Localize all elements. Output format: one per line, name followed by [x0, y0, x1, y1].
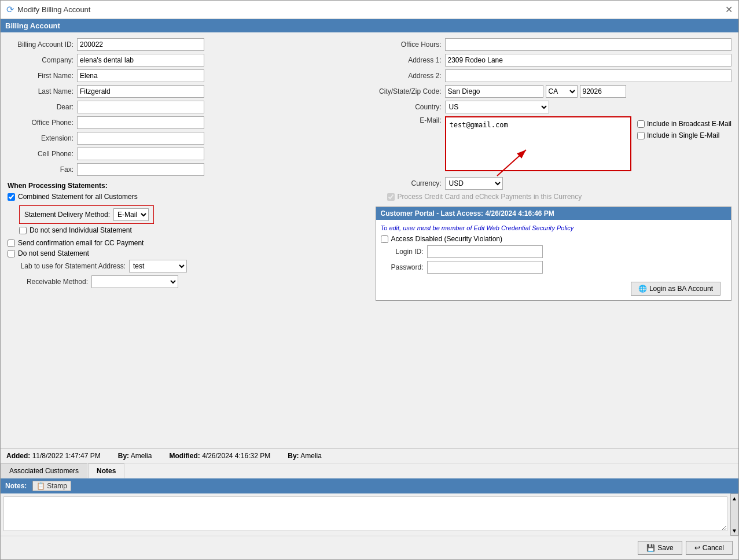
receivable-method-select[interactable] — [91, 275, 178, 288]
country-label: Country: — [376, 103, 445, 111]
password-input[interactable] — [427, 261, 543, 274]
include-broadcast-row: Include in Broadcast E-Mail — [637, 120, 731, 128]
added-value: 11/8/2022 1:47:47 PM — [32, 452, 101, 460]
login-id-input[interactable] — [427, 245, 543, 258]
last-name-row: Last Name: — [8, 85, 364, 98]
receivable-method-row: Receivable Method: — [8, 275, 364, 288]
company-input[interactable] — [77, 54, 204, 67]
zip-input[interactable] — [580, 85, 626, 98]
form-area: Billing Account ID: Company: First Name:… — [1, 32, 738, 448]
email-textarea[interactable]: test@gmail.com — [448, 120, 628, 166]
include-broadcast-checkbox[interactable] — [637, 120, 645, 128]
modified-by-label: By: — [288, 452, 299, 460]
login-id-row: Login ID: — [381, 245, 727, 258]
fax-input[interactable] — [77, 163, 204, 176]
do-not-send-statement-row: Do not send Statement — [8, 249, 364, 257]
dear-row: Dear: — [8, 101, 364, 113]
process-credit-checkbox — [387, 193, 395, 201]
company-row: Company: — [8, 54, 364, 67]
do-not-send-statement-checkbox[interactable] — [8, 250, 15, 257]
globe-icon: 🌐 — [638, 285, 647, 293]
added-by-label: By: — [118, 452, 129, 460]
currency-label: Currency: — [376, 179, 445, 187]
portal-body: To edit, user must be member of Edit Web… — [376, 220, 731, 300]
first-name-label: First Name: — [8, 72, 77, 80]
include-single-row: Include in Single E-Mail — [637, 131, 731, 139]
state-select[interactable]: CA — [546, 85, 578, 98]
do-not-send-statement-label: Do not send Statement — [18, 249, 89, 257]
portal-header: Customer Portal - Last Access: 4/26/2024… — [376, 207, 731, 220]
cancel-button[interactable]: ↩ Cancel — [686, 541, 733, 555]
added-by-value: Amelia — [131, 452, 152, 460]
dear-input[interactable] — [77, 101, 204, 113]
notes-header-label: Notes: — [5, 482, 27, 490]
stamp-icon: 📋 — [36, 482, 45, 490]
statements-section-title: When Processing Statements: — [8, 182, 364, 190]
email-label: E-Mail: — [376, 116, 445, 124]
tab-notes[interactable]: Notes — [88, 463, 124, 478]
save-icon: 💾 — [646, 544, 655, 552]
notes-textarea-wrap — [1, 493, 730, 536]
notes-textarea[interactable] — [3, 496, 727, 531]
email-area: E-Mail: test@gmail.com — [376, 116, 631, 175]
do-not-send-individual-label: Do not send Individual Statement — [30, 226, 132, 234]
combined-statement-checkbox[interactable] — [8, 193, 15, 201]
city-input[interactable] — [445, 85, 543, 98]
login-ba-account-button[interactable]: 🌐 Login as BA Account — [631, 282, 720, 296]
password-row: Password: — [381, 261, 727, 274]
address2-input[interactable] — [445, 69, 732, 82]
delivery-method-box: Statement Delivery Method: E-Mail Print … — [19, 205, 154, 224]
modified-by-value: Amelia — [300, 452, 322, 460]
cell-phone-input[interactable] — [77, 148, 204, 160]
lab-statement-select[interactable]: test — [129, 260, 187, 272]
do-not-send-individual-checkbox[interactable] — [19, 227, 27, 234]
include-single-label: Include in Single E-Mail — [647, 131, 719, 139]
access-disabled-checkbox[interactable] — [381, 235, 388, 243]
send-confirmation-checkbox[interactable] — [8, 240, 15, 247]
bottom-bar: 💾 Save ↩ Cancel — [1, 536, 738, 559]
currency-select[interactable]: USD — [445, 177, 503, 190]
fax-label: Fax: — [8, 165, 77, 174]
notes-section: Notes: 📋 Stamp ▲ ▼ — [1, 478, 738, 536]
notes-scroll-area: ▲ ▼ — [1, 493, 738, 536]
stamp-button[interactable]: 📋 Stamp — [32, 481, 71, 491]
address1-input[interactable] — [445, 54, 732, 67]
extension-input[interactable] — [77, 132, 204, 145]
country-row: Country: US — [376, 101, 732, 113]
country-select[interactable]: US — [445, 101, 549, 113]
access-disabled-label: Access Disabled (Security Violation) — [391, 235, 503, 243]
tab-associated-customers[interactable]: Associated Customers — [1, 463, 87, 478]
billing-account-id-input[interactable] — [77, 38, 204, 51]
first-name-input[interactable] — [77, 69, 204, 82]
do-not-send-individual-row: Do not send Individual Statement — [19, 226, 364, 234]
dear-label: Dear: — [8, 103, 77, 111]
title-bar: ⟳ Modify Billing Account ✕ — [1, 1, 738, 19]
send-confirmation-label: Send confirmation email for CC Payment — [18, 239, 144, 247]
include-single-checkbox[interactable] — [637, 132, 645, 139]
process-credit-label: Process Credit Card and eCheck Payments … — [398, 193, 582, 201]
office-phone-input[interactable] — [77, 116, 204, 129]
office-hours-input[interactable] — [445, 38, 732, 51]
email-box: test@gmail.com — [445, 116, 631, 171]
last-name-input[interactable] — [77, 85, 204, 98]
tabs-area: Associated Customers Notes — [1, 463, 738, 478]
extension-row: Extension: — [8, 132, 364, 145]
lab-statement-row: Lab to use for Statement Address: test — [8, 260, 364, 272]
delivery-method-select[interactable]: E-Mail Print Both None — [113, 208, 149, 221]
billing-account-header: Billing Account — [1, 19, 738, 32]
save-button[interactable]: 💾 Save — [638, 541, 682, 555]
notes-scrollbar[interactable]: ▲ ▼ — [730, 493, 738, 536]
broadcast-col: Include in Broadcast E-Mail Include in S… — [637, 120, 731, 139]
first-name-row: First Name: — [8, 69, 364, 82]
app-icon: ⟳ — [6, 4, 14, 15]
combined-statement-label: Combined Statement for all Customers — [18, 193, 138, 201]
cell-phone-row: Cell Phone: — [8, 148, 364, 160]
office-phone-label: Office Phone: — [8, 119, 77, 127]
close-button[interactable]: ✕ — [725, 4, 733, 15]
office-hours-label: Office Hours: — [376, 40, 445, 49]
include-broadcast-label: Include in Broadcast E-Mail — [647, 120, 731, 128]
address2-row: Address 2: — [376, 69, 732, 82]
status-bar: Added: 11/8/2022 1:47:47 PM By: Amelia M… — [1, 448, 738, 463]
fax-row: Fax: — [8, 163, 364, 176]
office-phone-row: Office Phone: — [8, 116, 364, 129]
